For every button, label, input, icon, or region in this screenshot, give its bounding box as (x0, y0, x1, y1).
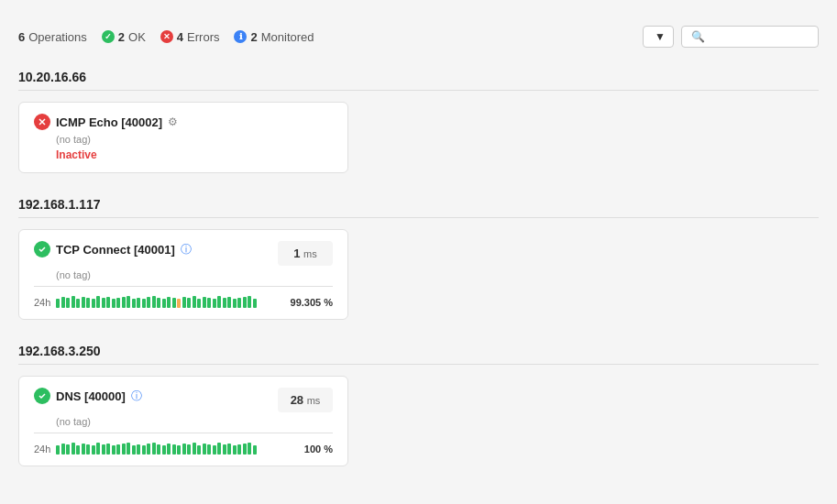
sparkline-bar (106, 444, 110, 455)
sparkline-bar (237, 298, 241, 308)
card-tag: (no tag) (56, 134, 333, 145)
stat-label: Monitored (261, 30, 314, 44)
info-icon[interactable]: ⓘ (131, 389, 142, 404)
stat-item-operations: 6Operations (18, 30, 87, 44)
card-1-0: TCP Connect [40001]ⓘ1 ms(no tag)24h99.30… (18, 229, 348, 320)
toolbar: 6Operations✓2OK✕4Errorsℹ2Monitored ▼ 🔍 (18, 26, 819, 48)
sparkline-bar (86, 298, 90, 308)
card-divider (34, 286, 333, 287)
section-1: 192.168.1.117TCP Connect [40001]ⓘ1 ms(no… (18, 192, 819, 320)
sparkline-bar (207, 298, 211, 308)
sparkline-bar (167, 444, 171, 455)
toolbar-stats: 6Operations✓2OK✕4Errorsℹ2Monitored (18, 30, 314, 44)
sparkline-bar (172, 444, 176, 455)
card-2-0: DNS [40000]ⓘ28 ms(no tag)24h100 % (18, 376, 348, 466)
sections-container: 10.20.16.66ICMP Echo [40002]⚙(no tag)Ina… (18, 64, 819, 466)
stat-label: Errors (187, 30, 219, 44)
sparkline-bar (116, 298, 120, 308)
card-name: ICMP Echo [40002] (56, 115, 162, 129)
sparkline-bar (137, 298, 140, 308)
section-host-header: 192.168.1.117 (18, 192, 819, 218)
sparkline-bar (92, 299, 95, 308)
sparkline-bars (56, 296, 284, 308)
sparkline-bar (137, 444, 140, 455)
sparkline-bar (187, 298, 191, 308)
card-header: DNS [40000]ⓘ28 ms (34, 388, 333, 412)
sparkline-bar (162, 299, 166, 308)
sparkline-bar (223, 444, 226, 455)
sparkline-bar (193, 443, 196, 455)
sparkline-pct: 100 % (304, 444, 333, 455)
sparkline-bar (197, 299, 201, 308)
sparkline-bar (122, 444, 126, 455)
sparkline-bar (177, 445, 181, 455)
sparkline-bar (66, 444, 70, 455)
sparkline-bar (157, 298, 160, 308)
sparkline-bar (217, 296, 221, 308)
sparkline-bar (213, 445, 216, 455)
settings-icon[interactable]: ⚙ (168, 115, 178, 128)
sparkline-row: 24h99.305 % (34, 296, 333, 308)
section-2: 192.168.3.250DNS [40000]ⓘ28 ms(no tag)24… (18, 338, 819, 466)
sparkline-bar (102, 444, 105, 455)
sparkline-bar (82, 297, 85, 308)
sparkline-bar (56, 445, 60, 455)
sparkline-bar (182, 297, 186, 308)
sparkline-bar (248, 296, 251, 308)
sparkline-bar (72, 443, 75, 455)
card-tag: (no tag) (56, 269, 333, 280)
card-name: DNS [40000] (56, 389, 126, 403)
sparkline-bar (217, 443, 221, 455)
card-metric: 1 ms (278, 241, 333, 266)
card-metric: 28 ms (278, 388, 333, 412)
status-dot-ok: ✓ (102, 30, 115, 43)
sparkline-bar (96, 296, 100, 308)
sparkline-bar (213, 299, 216, 308)
metric-unit: ms (303, 248, 317, 259)
sparkline-bar (142, 445, 146, 455)
sparkline-bars (56, 443, 298, 455)
time-select[interactable]: ▼ (643, 26, 674, 48)
sparkline-pct: 99.305 % (291, 297, 333, 308)
sparkline-bar (207, 444, 211, 455)
stat-item-errors: ✕4Errors (160, 30, 220, 44)
card-status-text: Inactive (56, 148, 333, 161)
sparkline-bar (82, 444, 85, 455)
sparkline-bar (76, 445, 80, 455)
sparkline-bar (157, 444, 160, 455)
sparkline-row: 24h100 % (34, 443, 333, 455)
sparkline-bar (61, 444, 65, 455)
sparkline-bar (142, 299, 146, 308)
sparkline-bar (253, 299, 257, 308)
stat-count: 4 (177, 30, 183, 44)
sparkline-bar (76, 299, 80, 308)
card-divider (34, 433, 333, 433)
sparkline-bar (152, 443, 156, 455)
sparkline-bar (162, 445, 166, 455)
status-dot-error: ✕ (160, 30, 173, 43)
stat-item-monitored: ℹ2Monitored (234, 30, 314, 44)
info-icon[interactable]: ⓘ (181, 242, 192, 257)
sparkline-bar (223, 298, 226, 308)
sparkline-bar (92, 445, 95, 455)
sparkline-bar (237, 444, 241, 455)
sparkline-bar (61, 297, 65, 308)
sparkline-bar (197, 445, 201, 455)
sparkline-bar (233, 445, 237, 455)
stat-label: Operations (28, 30, 87, 44)
sparkline-bar (233, 299, 237, 308)
sparkline-bar (193, 296, 196, 308)
sparkline-label: 24h (34, 444, 50, 455)
sparkline-bar (167, 297, 171, 308)
stat-item-ok: ✓2OK (102, 30, 146, 44)
metric-unit: ms (307, 395, 321, 406)
sparkline-bar (177, 299, 181, 308)
toolbar-right: ▼ 🔍 (643, 26, 819, 48)
status-ok-icon (34, 388, 50, 404)
sparkline-bar (72, 296, 75, 308)
sparkline-bar (187, 444, 191, 455)
card-name: TCP Connect [40001] (56, 243, 175, 257)
card-title-row: TCP Connect [40001]ⓘ (34, 241, 192, 257)
search-box[interactable]: 🔍 (681, 26, 819, 48)
card-title-row: DNS [40000]ⓘ (34, 388, 142, 404)
